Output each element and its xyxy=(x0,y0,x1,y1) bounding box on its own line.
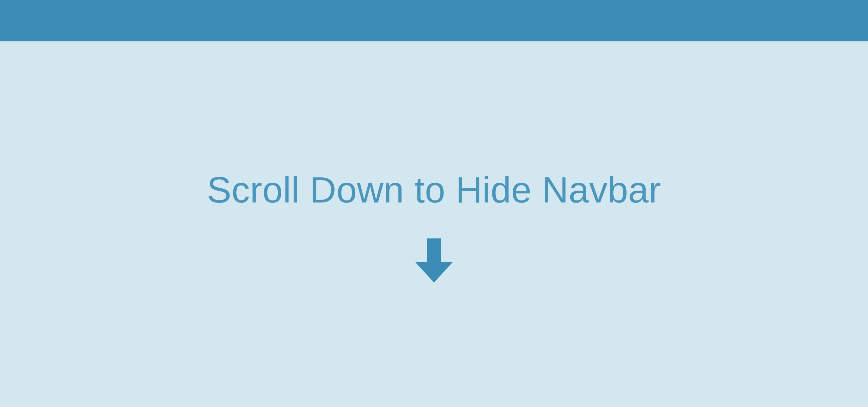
navbar[interactable] xyxy=(0,0,868,41)
arrow-down-icon xyxy=(415,238,453,283)
svg-marker-0 xyxy=(415,238,453,283)
instruction-heading: Scroll Down to Hide Navbar xyxy=(207,165,661,215)
main-content: Scroll Down to Hide Navbar xyxy=(0,41,868,407)
